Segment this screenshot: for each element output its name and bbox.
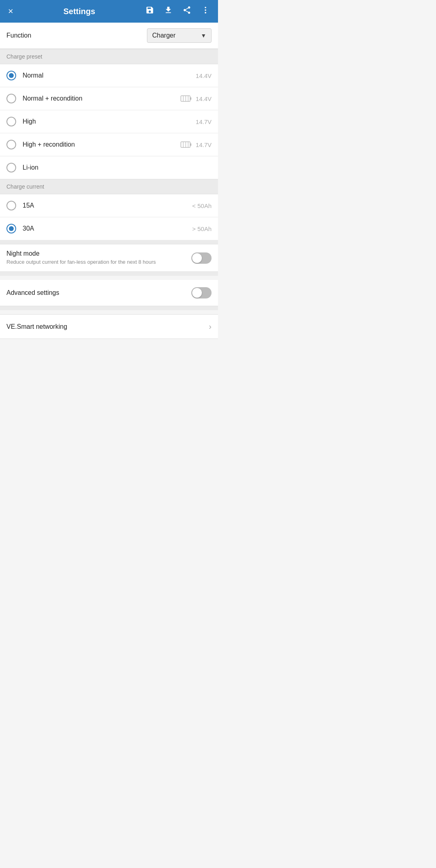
advanced-settings-label: Advanced settings xyxy=(6,289,59,296)
vesmart-row[interactable]: VE.Smart networking › xyxy=(0,314,218,339)
night-mode-title: Night mode xyxy=(6,250,156,257)
svg-point-1 xyxy=(205,9,206,11)
battery-icon-2 xyxy=(180,141,192,149)
night-mode-subtitle: Reduce output current for fan-less opera… xyxy=(6,259,156,266)
charge-current-section-label: Charge current xyxy=(0,179,218,194)
preset-normal-recondition-label: Normal + recondition xyxy=(23,95,174,102)
preset-high-recondition-value: 14.7V xyxy=(196,141,212,148)
current-30a-label: 30A xyxy=(23,225,186,232)
preset-normal-recondition-right: 14.4V xyxy=(180,95,212,103)
radio-normal-recondition[interactable] xyxy=(6,94,16,103)
current-30a-value: > 50Ah xyxy=(192,225,212,232)
preset-high-right: 14.7V xyxy=(196,118,212,125)
download-icon[interactable] xyxy=(162,4,174,19)
more-icon[interactable] xyxy=(199,4,212,19)
radio-30a[interactable] xyxy=(6,224,16,233)
preset-li-ion[interactable]: Li-ion xyxy=(0,156,218,179)
current-30a[interactable]: 30A > 50Ah xyxy=(0,217,218,240)
preset-high-value: 14.7V xyxy=(196,118,212,125)
advanced-settings-toggle[interactable] xyxy=(191,287,212,298)
svg-point-0 xyxy=(205,7,206,8)
function-dropdown[interactable]: Charger ▼ xyxy=(147,28,212,43)
save-icon[interactable] xyxy=(144,4,156,19)
spacer-1 xyxy=(0,240,218,244)
current-15a-label: 15A xyxy=(23,202,186,209)
preset-high-recondition[interactable]: High + recondition 14.7V xyxy=(0,133,218,156)
svg-rect-9 xyxy=(190,143,191,146)
close-icon[interactable]: × xyxy=(6,4,15,18)
function-row: Function Charger ▼ xyxy=(0,23,218,49)
preset-normal[interactable]: Normal 14.4V xyxy=(0,64,218,87)
spacer-2 xyxy=(0,272,218,276)
radio-li-ion[interactable] xyxy=(6,163,16,172)
night-mode-toggle[interactable] xyxy=(191,252,212,264)
header: × Settings xyxy=(0,0,218,23)
function-label: Function xyxy=(6,32,31,39)
preset-high-label: High xyxy=(23,118,189,125)
current-15a-value: < 50Ah xyxy=(192,202,212,209)
advanced-settings-row: Advanced settings xyxy=(0,280,218,306)
preset-normal-recondition[interactable]: Normal + recondition 14.4V xyxy=(0,87,218,110)
preset-high[interactable]: High 14.7V xyxy=(0,110,218,133)
radio-15a[interactable] xyxy=(6,201,16,210)
radio-high[interactable] xyxy=(6,117,16,126)
function-dropdown-value: Charger xyxy=(152,32,176,39)
current-15a-right: < 50Ah xyxy=(192,202,212,209)
svg-rect-4 xyxy=(190,97,191,100)
night-mode-text: Night mode Reduce output current for fan… xyxy=(6,250,156,266)
radio-high-recondition[interactable] xyxy=(6,140,16,149)
preset-li-ion-label: Li-ion xyxy=(23,164,205,171)
preset-high-recondition-right: 14.7V xyxy=(180,141,212,149)
radio-normal[interactable] xyxy=(6,71,16,80)
preset-normal-recondition-value: 14.4V xyxy=(196,95,212,102)
preset-high-recondition-label: High + recondition xyxy=(23,141,174,148)
night-mode-row: Night mode Reduce output current for fan… xyxy=(0,244,218,272)
charge-current-list: 15A < 50Ah 30A > 50Ah xyxy=(0,194,218,240)
spacer-3 xyxy=(0,306,218,310)
battery-icon xyxy=(180,95,192,103)
chevron-right-icon: › xyxy=(209,322,212,331)
vesmart-label: VE.Smart networking xyxy=(6,323,67,330)
page-title: Settings xyxy=(21,7,137,16)
preset-normal-right: 14.4V xyxy=(196,72,212,79)
preset-normal-label: Normal xyxy=(23,72,189,79)
current-15a[interactable]: 15A < 50Ah xyxy=(0,194,218,217)
current-30a-right: > 50Ah xyxy=(192,225,212,232)
chevron-down-icon: ▼ xyxy=(201,32,206,39)
charge-preset-list: Normal 14.4V Normal + recondition 14.4V … xyxy=(0,64,218,179)
share-icon[interactable] xyxy=(181,4,193,19)
header-actions xyxy=(144,4,212,19)
charge-preset-section-label: Charge preset xyxy=(0,49,218,64)
svg-point-2 xyxy=(205,12,206,14)
preset-normal-value: 14.4V xyxy=(196,72,212,79)
